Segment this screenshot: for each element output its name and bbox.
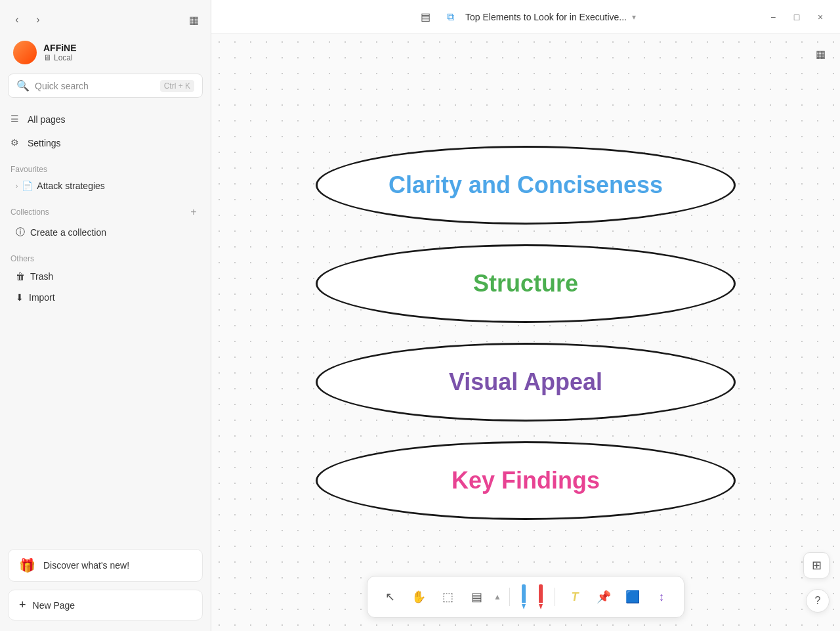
hand-tool-button[interactable]: ✋ <box>407 585 430 609</box>
ellipse-findings: Key Findings <box>316 441 736 520</box>
sidebar-nav: ☰ All pages ⚙ Settings <box>0 108 211 154</box>
doc-view-button[interactable]: ▤ <box>415 7 435 27</box>
canvas-area[interactable]: ▦ Clarity and Conciseness Structure Visu… <box>211 34 840 631</box>
hand-icon: ✋ <box>411 590 426 604</box>
pen-blue-button[interactable] <box>518 582 530 612</box>
close-button[interactable]: × <box>811 8 830 26</box>
discover-label: Discover what's new! <box>43 560 129 571</box>
sticker-tool-button[interactable]: 📌 <box>592 585 616 609</box>
maximize-button[interactable]: □ <box>788 8 806 26</box>
pen-red-body <box>539 584 543 603</box>
sidebar: ‹ › ▦ AFFiNE 🖥 Local 🔍 Quick search <box>0 0 211 631</box>
settings-icon: ⚙ <box>10 137 22 149</box>
plus-icon: + <box>19 598 26 612</box>
select-tool-button[interactable]: ↖ <box>378 585 402 609</box>
connector-tool-button[interactable]: ↕ <box>650 585 673 609</box>
import-icon: ⬇ <box>16 292 24 303</box>
sidebar-item-settings[interactable]: ⚙ Settings <box>5 132 205 154</box>
title-bar-center: ▤ ⧉ Top Elements to Look for in Executiv… <box>415 7 636 27</box>
title-bar-right: − □ × <box>764 8 830 26</box>
create-collection-button[interactable]: ⓘ Create a collection <box>10 221 200 244</box>
connector-icon: ↕ <box>658 590 664 604</box>
info-icon: ⓘ <box>16 227 25 238</box>
note-icon: ▤ <box>471 590 482 604</box>
collections-header: Collections + <box>10 206 200 219</box>
pen-blue-body <box>522 584 526 603</box>
findings-label: Key Findings <box>452 467 600 494</box>
nav-arrows-row: ‹ › ▦ <box>8 11 203 29</box>
note-tool-button[interactable]: ▤ <box>465 585 488 609</box>
pen-red-button[interactable] <box>535 582 547 612</box>
all-pages-label: All pages <box>28 114 66 125</box>
sidebar-item-import[interactable]: ⬇ Import <box>10 287 200 308</box>
page-title: Top Elements to Look for in Executive... <box>465 12 627 22</box>
search-shortcut: Ctrl + K <box>160 80 194 92</box>
forward-icon: › <box>36 14 39 26</box>
pen-blue-tip <box>522 604 526 609</box>
sidebar-item-trash[interactable]: 🗑 Trash <box>10 266 200 287</box>
page-icon: 📄 <box>22 181 33 191</box>
text-icon: T <box>571 590 578 604</box>
workspace-name: AFFiNE <box>43 43 77 53</box>
new-page-label: New Page <box>33 600 75 611</box>
help-button[interactable]: ? <box>806 589 830 613</box>
toolbar-expand-arrow[interactable]: ▲ <box>494 592 501 601</box>
collections-section: Collections + ⓘ Create a collection <box>0 198 211 246</box>
import-label: Import <box>29 292 55 303</box>
others-section: Others 🗑 Trash ⬇ Import <box>0 246 211 311</box>
canvas-layout-toggle[interactable]: ▦ <box>808 42 832 66</box>
collab-icon: ⧉ <box>447 11 454 23</box>
select-icon: ↖ <box>385 590 395 604</box>
sidebar-item-attack-strategies[interactable]: › 📄 Attack strategies <box>10 177 200 195</box>
main-area: ▤ ⧉ Top Elements to Look for in Executiv… <box>211 0 840 631</box>
title-bar: ▤ ⧉ Top Elements to Look for in Executiv… <box>211 0 840 34</box>
pages-icon: ☰ <box>10 114 22 125</box>
search-icon: 🔍 <box>16 79 30 92</box>
ellipse-structure: Structure <box>316 244 736 323</box>
layout-toggle-icon: ▦ <box>816 48 826 60</box>
create-collection-label: Create a collection <box>30 227 106 238</box>
collections-title: Collections <box>10 207 49 217</box>
grid-icon: ⊞ <box>812 558 822 573</box>
add-collection-button[interactable]: + <box>187 206 200 219</box>
text-tool-button[interactable]: T <box>563 585 587 609</box>
collab-icon-button[interactable]: ⧉ <box>440 7 460 27</box>
title-dropdown-arrow[interactable]: ▾ <box>632 12 636 22</box>
grid-panel-button[interactable]: ⊞ <box>803 552 830 578</box>
settings-label: Settings <box>28 138 61 148</box>
sidebar-layout-toggle[interactable]: ▦ <box>184 11 203 29</box>
sidebar-item-all-pages[interactable]: ☰ All pages <box>5 108 205 131</box>
minimize-button[interactable]: − <box>764 8 782 26</box>
bottom-toolbar: ↖ ✋ ⬚ ▤ ▲ <box>367 576 684 618</box>
doc-view-icon: ▤ <box>421 11 430 23</box>
ellipse-visual: Visual Appeal <box>316 343 736 422</box>
workspace-avatar <box>13 41 37 64</box>
others-title: Others <box>10 254 34 263</box>
chevron-right-icon: › <box>16 183 18 190</box>
discover-button[interactable]: 🎁 Discover what's new! <box>8 549 203 582</box>
pen-red-tip <box>539 604 543 609</box>
search-label: Quick search <box>35 81 155 91</box>
maximize-icon: □ <box>794 12 799 22</box>
toolbar-divider-2 <box>555 588 555 606</box>
others-header: Others <box>10 254 200 263</box>
workspace-selector[interactable]: AFFiNE 🖥 Local <box>8 37 203 68</box>
clarity-label: Clarity and Conciseness <box>388 171 663 199</box>
sticker-icon: 📌 <box>597 590 611 604</box>
new-page-button[interactable]: + New Page <box>8 590 203 620</box>
favourites-section: Favourites › 📄 Attack strategies <box>0 157 211 198</box>
favourites-title: Favourites <box>10 165 47 174</box>
toolbar-divider-1 <box>509 588 510 606</box>
sidebar-top: ‹ › ▦ AFFiNE 🖥 Local 🔍 Quick search <box>0 0 211 108</box>
structure-label: Structure <box>473 270 578 297</box>
local-icon: 🖥 <box>43 53 51 62</box>
card-tool-button[interactable]: 🟦 <box>621 585 644 609</box>
trash-label: Trash <box>30 271 53 282</box>
visual-label: Visual Appeal <box>449 368 602 396</box>
trash-icon: 🗑 <box>16 271 25 282</box>
frame-tool-button[interactable]: ⬚ <box>436 585 459 609</box>
back-button[interactable]: ‹ <box>8 11 26 29</box>
close-icon: × <box>818 12 823 22</box>
forward-button[interactable]: › <box>29 11 47 29</box>
quick-search-button[interactable]: 🔍 Quick search Ctrl + K <box>8 74 203 98</box>
